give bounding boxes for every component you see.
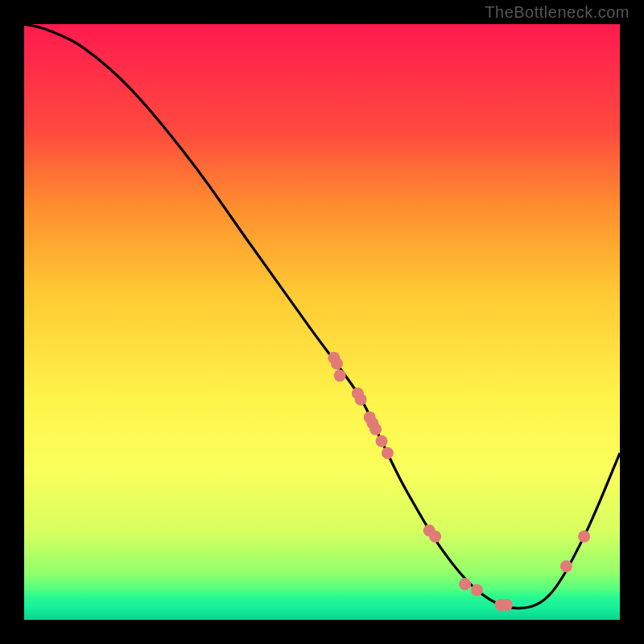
scatter-dot [560,560,572,572]
scatter-dot [376,436,388,448]
bottleneck-curve-line [24,24,620,609]
scatter-dot [471,584,483,597]
scatter-dot [334,369,346,382]
curve-layer [24,24,620,620]
plot-area [24,24,620,620]
scatter-dot [382,447,394,459]
scatter-dot [355,394,367,406]
scatter-dot [501,599,513,611]
scatter-dot [369,423,382,436]
scatter-dot [331,357,343,369]
scatter-dot [429,530,441,543]
scatter-dot [459,578,471,590]
chart-container: TheBottleneck.com [0,0,644,644]
watermark-text: TheBottleneck.com [485,3,630,22]
scatter-dot [578,530,590,543]
